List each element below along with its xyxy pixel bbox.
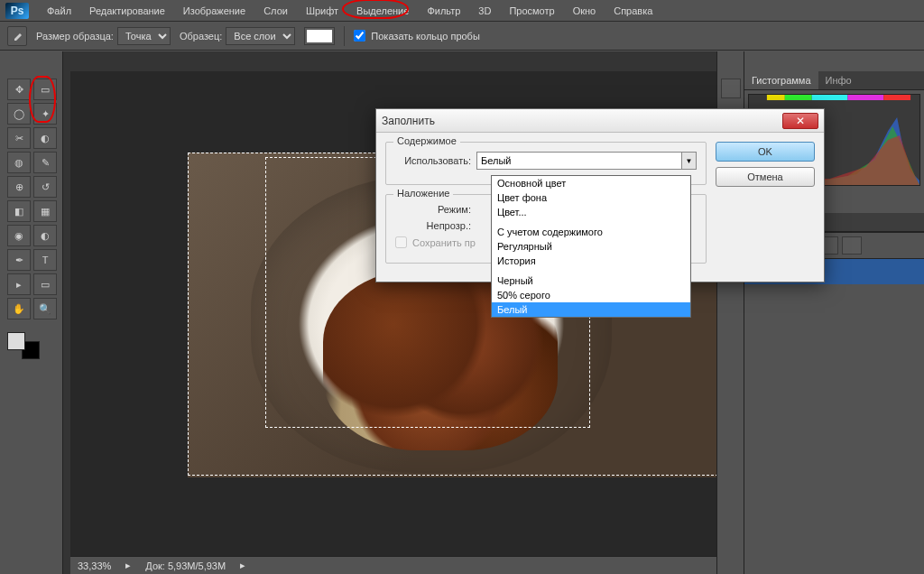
menu-image[interactable]: Изображение xyxy=(174,2,254,20)
tool-eyedropper[interactable]: ◐ xyxy=(33,127,57,149)
use-combo-value: Белый xyxy=(481,155,511,166)
dd-item-color[interactable]: Цвет... xyxy=(492,205,690,219)
use-dropdown-list: Основной цвет Цвет фона Цвет... С учетом… xyxy=(491,175,691,318)
tool-marquee[interactable]: ▭ xyxy=(33,79,57,100)
chevron-down-icon[interactable]: ▼ xyxy=(681,153,696,169)
fill-dialog: Заполнить ✕ Содержимое Использовать: Бел… xyxy=(375,108,825,282)
close-button[interactable]: ✕ xyxy=(782,113,818,129)
tool-dodge[interactable]: ◐ xyxy=(33,225,57,246)
show-ring-label: Показать кольцо пробы xyxy=(371,31,480,42)
dialog-buttons: OK Отмена xyxy=(716,142,815,273)
tool-blur[interactable]: ◉ xyxy=(7,225,31,246)
cancel-button[interactable]: Отмена xyxy=(716,167,815,187)
layer-filter-icon[interactable] xyxy=(842,236,862,255)
tab-info[interactable]: Инфо xyxy=(818,71,859,89)
menu-file[interactable]: Файл xyxy=(38,2,80,20)
doc-size-label: Док: xyxy=(145,560,165,571)
menu-filter[interactable]: Фильтр xyxy=(418,2,469,20)
sample-label: Образец: xyxy=(180,31,222,42)
dd-item-black[interactable]: Черный xyxy=(492,273,690,288)
tool-path[interactable]: ▸ xyxy=(7,273,31,295)
options-bar: Размер образца: Точка Образец: Все слои … xyxy=(0,22,924,51)
tool-brush[interactable]: ✎ xyxy=(33,152,57,173)
preserve-transparency-checkbox xyxy=(395,236,407,248)
eyedropper-icon xyxy=(10,29,24,43)
svg-rect-4 xyxy=(883,95,910,100)
app-logo: Ps xyxy=(5,3,29,19)
svg-rect-1 xyxy=(785,95,812,100)
tool-stamp[interactable]: ⊕ xyxy=(7,176,31,198)
tab-histogram[interactable]: Гистограмма xyxy=(744,71,818,89)
separator: ▸ xyxy=(125,560,131,571)
separator xyxy=(344,26,345,46)
mode-label: Режим: xyxy=(395,204,471,215)
panel-toggle-icon[interactable] xyxy=(721,79,741,98)
menu-type[interactable]: Шрифт xyxy=(297,2,347,20)
dd-item-pattern[interactable]: Регулярный xyxy=(492,239,690,254)
menu-view[interactable]: Просмотр xyxy=(500,2,563,20)
ok-button[interactable]: OK xyxy=(716,142,815,162)
opacity-label: Непрозр.: xyxy=(395,220,471,231)
use-label: Использовать: xyxy=(395,155,471,166)
dd-item-content-aware[interactable]: С учетом содержимого xyxy=(492,225,690,239)
color-swatch[interactable] xyxy=(7,332,40,359)
menu-help[interactable]: Справка xyxy=(605,2,661,20)
sample-size-select[interactable]: Точка xyxy=(117,27,171,45)
group-content-label: Содержимое xyxy=(393,135,460,146)
tool-gradient[interactable]: ▦ xyxy=(33,200,57,222)
tool-pen[interactable]: ✒ xyxy=(7,249,31,271)
tool-type[interactable]: T xyxy=(33,249,57,271)
tool-heal[interactable]: ◍ xyxy=(7,152,31,173)
use-combo[interactable]: Белый ▼ xyxy=(476,152,697,170)
menu-edit[interactable]: Редактирование xyxy=(80,2,174,20)
menu-3d[interactable]: 3D xyxy=(469,2,500,20)
svg-rect-0 xyxy=(767,95,785,100)
dd-item-gray50[interactable]: 50% серого xyxy=(492,288,690,302)
dialog-left: Содержимое Использовать: Белый ▼ Основно… xyxy=(385,142,707,273)
group-content: Содержимое Использовать: Белый ▼ Основно… xyxy=(385,142,707,185)
histogram-panel-tabs: Гистограмма Инфо xyxy=(744,71,924,90)
tool-hand[interactable]: ✋ xyxy=(7,298,31,319)
tool-shape[interactable]: ▭ xyxy=(33,273,57,295)
tools-grid: ✥ ▭ ◯ ✦ ✂ ◐ ◍ ✎ ⊕ ↺ ◧ ▦ ◉ ◐ ✒ T ▸ ▭ ✋ 🔍 xyxy=(0,73,62,325)
sample-select[interactable]: Все слои xyxy=(226,27,295,45)
menu-select[interactable]: Выделение xyxy=(347,2,418,20)
current-tool-icon[interactable] xyxy=(7,26,27,46)
sample-size-label: Размер образца: xyxy=(36,31,114,42)
show-ring-checkbox[interactable]: Показать кольцо пробы xyxy=(354,30,480,42)
menu-select-label: Выделение xyxy=(356,5,409,16)
svg-rect-2 xyxy=(812,95,848,100)
tool-crop[interactable]: ✂ xyxy=(7,127,31,149)
tools-dock: ✥ ▭ ◯ ✦ ✂ ◐ ◍ ✎ ⊕ ↺ ◧ ▦ ◉ ◐ ✒ T ▸ ▭ ✋ 🔍 xyxy=(0,51,63,574)
svg-rect-3 xyxy=(847,95,883,100)
dialog-title: Заполнить xyxy=(382,115,435,127)
sample-swatch[interactable] xyxy=(304,27,335,45)
dd-item-history[interactable]: История xyxy=(492,254,690,268)
dialog-body: Содержимое Использовать: Белый ▼ Основно… xyxy=(376,133,824,282)
group-blend-label: Наложение xyxy=(393,188,453,199)
tool-eraser[interactable]: ◧ xyxy=(7,200,31,222)
tool-wand[interactable]: ✦ xyxy=(33,103,57,125)
menu-layers[interactable]: Слои xyxy=(254,2,297,20)
dd-item-background[interactable]: Цвет фона xyxy=(492,190,690,205)
dd-item-foreground[interactable]: Основной цвет xyxy=(492,176,690,190)
zoom-level[interactable]: 33,33% xyxy=(78,560,111,571)
tool-history-brush[interactable]: ↺ xyxy=(33,176,57,198)
separator: ▸ xyxy=(240,560,245,571)
menu-window[interactable]: Окно xyxy=(564,2,605,20)
statusbar: 33,33% ▸ Док: 5,93M/5,93M ▸ xyxy=(70,556,744,574)
show-ring-input[interactable] xyxy=(354,30,365,42)
preserve-transparency-label: Сохранить пр xyxy=(412,237,476,248)
tool-zoom[interactable]: 🔍 xyxy=(33,298,57,319)
tool-lasso[interactable]: ◯ xyxy=(7,103,31,125)
doc-size-value: 5,93M/5,93M xyxy=(168,560,226,571)
tool-move[interactable]: ✥ xyxy=(7,79,31,100)
foreground-color-icon[interactable] xyxy=(7,332,25,350)
dd-item-white[interactable]: Белый xyxy=(492,302,690,317)
menubar: Ps Файл Редактирование Изображение Слои … xyxy=(0,0,924,22)
dialog-titlebar[interactable]: Заполнить ✕ xyxy=(376,109,824,133)
